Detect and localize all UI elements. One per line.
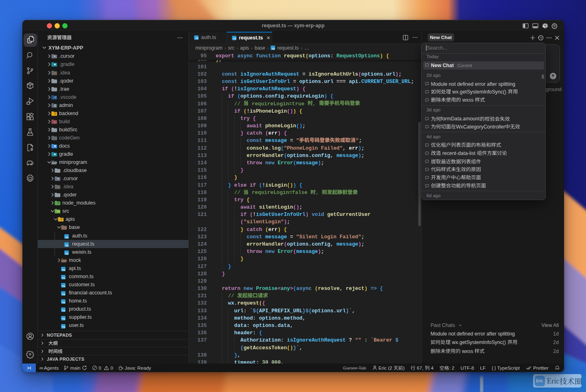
svg-text:IJ: IJ xyxy=(58,186,59,188)
svg-text:IJ: IJ xyxy=(55,72,56,74)
